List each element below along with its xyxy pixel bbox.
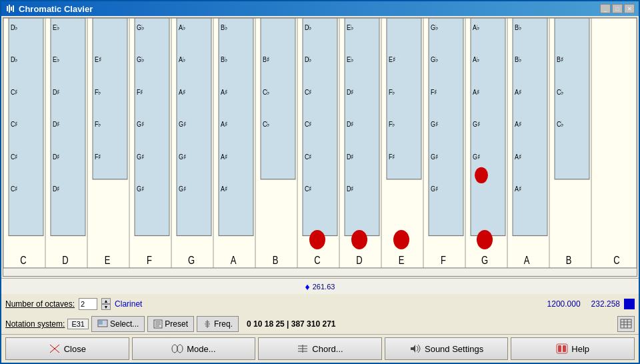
svg-text:C♯: C♯ — [11, 185, 18, 193]
svg-text:D♯: D♯ — [347, 185, 354, 193]
svg-text:F♯: F♯ — [431, 88, 437, 96]
svg-text:A♭: A♭ — [179, 23, 186, 31]
svg-rect-138 — [621, 319, 631, 328]
freq-button[interactable]: Freq. — [197, 316, 239, 332]
svg-text:E♭: E♭ — [347, 23, 354, 31]
svg-text:D♯: D♯ — [53, 120, 60, 128]
close-btn[interactable]: ✕ — [624, 4, 635, 13]
svg-text:F♭: F♭ — [95, 120, 101, 128]
svg-text:D♭: D♭ — [305, 56, 312, 64]
svg-text:C: C — [314, 255, 320, 266]
svg-text:A♯: A♯ — [515, 88, 522, 96]
octaves-down-btn[interactable]: ▼ — [101, 304, 111, 310]
svg-point-111 — [475, 167, 488, 183]
dot-indicator: ♦ — [305, 281, 310, 292]
svg-text:C♭: C♭ — [557, 120, 564, 128]
svg-point-145 — [172, 345, 177, 353]
svg-text:A: A — [524, 255, 530, 266]
octaves-spinner: ▲ ▼ — [101, 298, 111, 310]
svg-text:A♯: A♯ — [179, 88, 186, 96]
close-x-icon — [49, 343, 61, 354]
svg-text:E♯: E♯ — [95, 56, 102, 64]
svg-text:F♭: F♭ — [95, 88, 101, 96]
svg-text:D♯: D♯ — [347, 153, 354, 161]
svg-text:G♯: G♯ — [431, 185, 439, 193]
svg-text:C♯: C♯ — [11, 153, 18, 161]
svg-rect-0 — [7, 6, 8, 11]
svg-text:G♯: G♯ — [179, 120, 187, 128]
svg-text:G♯: G♯ — [179, 153, 187, 161]
svg-text:A♭: A♭ — [473, 23, 480, 31]
svg-text:A♯: A♯ — [221, 185, 228, 193]
grid-icon — [620, 319, 632, 329]
chord-button[interactable]: Chord... — [258, 337, 382, 360]
sound-settings-label: Sound Settings — [425, 344, 483, 354]
svg-text:B♭: B♭ — [221, 56, 228, 64]
maximize-btn[interactable]: □ — [612, 4, 623, 13]
notation-value: E31 — [67, 319, 89, 329]
svg-text:C♯: C♯ — [11, 120, 18, 128]
svg-text:G♯: G♯ — [137, 120, 145, 128]
svg-text:A♯: A♯ — [515, 153, 522, 161]
svg-rect-75 — [261, 18, 295, 179]
svg-text:A♯: A♯ — [221, 88, 228, 96]
extra-icon-btn[interactable] — [617, 316, 635, 332]
sound-settings-button[interactable]: Sound Settings — [385, 337, 509, 360]
preset-button[interactable]: Preset — [147, 316, 194, 332]
svg-text:D♯: D♯ — [53, 88, 60, 96]
svg-rect-152 — [558, 345, 561, 352]
app-icon — [5, 3, 16, 14]
svg-text:B: B — [273, 255, 279, 266]
svg-point-123 — [309, 230, 325, 249]
svg-text:D♯: D♯ — [347, 88, 354, 96]
freq-label: Freq. — [214, 319, 233, 329]
svg-rect-153 — [563, 345, 566, 352]
svg-text:D♯: D♯ — [53, 185, 60, 193]
svg-rect-128 — [99, 321, 103, 325]
help-label: Help — [571, 344, 589, 354]
piano-keyboard[interactable]: C D E F G A B C D E F G A B C D♭ D♭ C♯ — [3, 18, 637, 276]
svg-text:B♭: B♭ — [515, 23, 522, 31]
select-label: Select... — [110, 319, 139, 329]
svg-rect-3 — [13, 5, 14, 12]
mode-label: Mode... — [187, 344, 215, 354]
close-button[interactable]: Close — [5, 337, 129, 360]
svg-text:D♯: D♯ — [347, 120, 354, 128]
help-button[interactable]: Help — [511, 337, 635, 360]
svg-rect-2 — [11, 7, 12, 11]
svg-point-125 — [393, 230, 409, 249]
svg-text:C♭: C♭ — [557, 88, 564, 96]
blue-indicator-btn[interactable] — [624, 299, 635, 309]
svg-text:B♯: B♯ — [263, 56, 270, 64]
svg-text:C♯: C♯ — [305, 88, 312, 96]
mode-button[interactable]: Mode... — [132, 337, 256, 360]
preset-icon — [153, 319, 163, 329]
controls-row: Number of octaves: ▲ ▼ Clarinet 1200.000… — [1, 294, 639, 314]
svg-text:C: C — [20, 255, 26, 266]
svg-text:C: C — [613, 255, 619, 266]
svg-text:D♭: D♭ — [11, 56, 18, 64]
mode-icon — [171, 343, 183, 354]
octaves-up-btn[interactable]: ▲ — [101, 298, 111, 304]
octaves-input[interactable] — [79, 298, 97, 310]
svg-text:A♭: A♭ — [179, 56, 186, 64]
svg-text:A♯: A♯ — [473, 88, 480, 96]
svg-text:B♭: B♭ — [515, 56, 522, 64]
svg-rect-1 — [9, 5, 10, 13]
svg-text:C♯: C♯ — [11, 88, 18, 96]
notation-label: Notation system: — [5, 319, 65, 329]
svg-text:B♭: B♭ — [221, 23, 228, 31]
title-bar-controls: _ □ ✕ — [600, 4, 635, 13]
svg-text:G♯: G♯ — [473, 120, 481, 128]
svg-text:E: E — [399, 255, 405, 266]
svg-text:A: A — [231, 255, 237, 266]
bottom-buttons: Close Mode... Chord... Sou — [1, 334, 639, 363]
notation-row: Notation system: E31 Select... Preset — [1, 314, 639, 334]
svg-text:F♯: F♯ — [389, 153, 395, 161]
instrument-label: Clarinet — [115, 299, 543, 309]
minimize-btn[interactable]: _ — [600, 4, 611, 13]
select-button[interactable]: Select... — [91, 316, 145, 332]
svg-text:E♯: E♯ — [389, 56, 396, 64]
sound-settings-icon — [409, 343, 421, 354]
svg-text:G♯: G♯ — [431, 153, 439, 161]
